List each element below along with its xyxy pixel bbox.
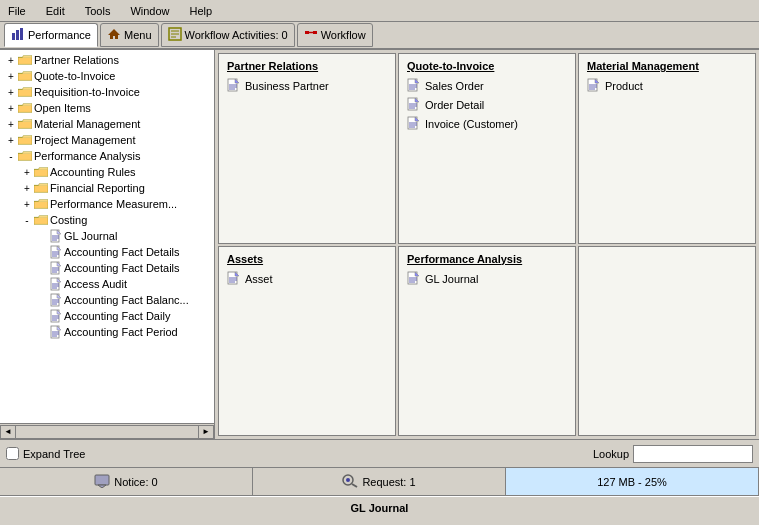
h-scrollbar[interactable]: ◄ ► [0, 423, 214, 439]
panel-item[interactable]: GL Journal [407, 271, 567, 287]
tree-item[interactable]: - Performance Analysis [0, 148, 214, 164]
item-doc-icon [407, 78, 421, 94]
tree-label: Accounting Fact Period [64, 326, 214, 338]
svg-point-72 [346, 478, 350, 482]
svg-marker-69 [98, 485, 106, 488]
notice-icon [94, 474, 110, 490]
panel-item[interactable]: Business Partner [227, 78, 387, 94]
panel-item[interactable]: Order Detail [407, 97, 567, 113]
svg-line-71 [352, 484, 357, 487]
tree-item[interactable]: + Accounting Rules [0, 164, 214, 180]
menu-file[interactable]: File [4, 4, 30, 18]
scroll-track[interactable] [16, 425, 198, 439]
menu-edit[interactable]: Edit [42, 4, 69, 18]
tree-label: Material Management [34, 118, 214, 130]
tab-workflow[interactable]: Workflow [297, 23, 373, 47]
bottom-title: GL Journal [351, 502, 409, 514]
menu-help[interactable]: Help [186, 4, 217, 18]
toolbar: Performance Menu Workflow Activities: 0 [0, 22, 759, 50]
item-label[interactable]: Business Partner [245, 80, 329, 92]
tree-item[interactable]: + Financial Reporting [0, 180, 214, 196]
tree-item[interactable]: Accounting Fact Details [0, 260, 214, 276]
tree-label: Access Audit [64, 278, 214, 290]
item-label[interactable]: Sales Order [425, 80, 484, 92]
panel-item[interactable]: Product [587, 78, 747, 94]
home-icon [107, 27, 121, 43]
expand-icon[interactable]: + [4, 69, 18, 83]
tree-item[interactable]: + Material Management [0, 116, 214, 132]
title-bar-bottom: GL Journal [0, 496, 759, 518]
expand-icon[interactable]: + [4, 53, 18, 67]
tab-menu-label: Menu [124, 29, 152, 41]
tree-label: Accounting Rules [50, 166, 214, 178]
item-doc-icon [407, 97, 421, 113]
item-label[interactable]: Order Detail [425, 99, 484, 111]
tree-item[interactable]: + Quote-to-Invoice [0, 68, 214, 84]
scroll-left-btn[interactable]: ◄ [0, 425, 16, 439]
menu-window[interactable]: Window [126, 4, 173, 18]
tree-item[interactable]: Accounting Fact Daily [0, 308, 214, 324]
panel-item[interactable]: Asset [227, 271, 387, 287]
tree-item[interactable]: Access Audit [0, 276, 214, 292]
tree-item[interactable]: + Project Management [0, 132, 214, 148]
workflow-icon [168, 27, 182, 43]
expand-icon[interactable]: + [4, 117, 18, 131]
tab-workflow-activities-label: Workflow Activities: 0 [185, 29, 288, 41]
panel-quote-to-invoice: Quote-to-Invoice Sales Order [398, 53, 576, 244]
folder-icon [18, 102, 32, 114]
item-label[interactable]: Asset [245, 273, 273, 285]
tree-label: Performance Measurem... [50, 198, 214, 210]
panel-title: Partner Relations [227, 60, 387, 72]
collapse-icon[interactable]: - [4, 149, 18, 163]
svg-rect-2 [20, 28, 23, 40]
item-label[interactable]: Product [605, 80, 643, 92]
document-icon [50, 325, 62, 339]
tree-item[interactable]: Accounting Fact Period [0, 324, 214, 340]
folder-icon [18, 70, 32, 82]
folder-icon [18, 150, 32, 162]
tree-item[interactable]: + Partner Relations [0, 52, 214, 68]
expand-icon[interactable]: + [4, 133, 18, 147]
panel-material-management: Material Management Product [578, 53, 756, 244]
panel-item[interactable]: Invoice (Customer) [407, 116, 567, 132]
tree-item[interactable]: Accounting Fact Details [0, 244, 214, 260]
tab-workflow-activities[interactable]: Workflow Activities: 0 [161, 23, 295, 47]
tree-item[interactable]: + Performance Measurem... [0, 196, 214, 212]
item-doc-icon [227, 78, 241, 94]
expand-icon[interactable]: + [20, 197, 34, 211]
tree-item[interactable]: GL Journal [0, 228, 214, 244]
tree-item[interactable]: + Requisition-to-Invoice [0, 84, 214, 100]
tree-item[interactable]: - Costing [0, 212, 214, 228]
expand-icon[interactable]: + [20, 165, 34, 179]
folder-icon [18, 134, 32, 146]
tree-label: Financial Reporting [50, 182, 214, 194]
menu-tools[interactable]: Tools [81, 4, 115, 18]
scroll-right-btn[interactable]: ► [198, 425, 214, 439]
expand-tree-section: Expand Tree [6, 447, 85, 460]
tab-menu[interactable]: Menu [100, 23, 159, 47]
panel-item[interactable]: Sales Order [407, 78, 567, 94]
item-label[interactable]: Invoice (Customer) [425, 118, 518, 130]
item-doc-icon [587, 78, 601, 94]
panel-partner-relations: Partner Relations Business Partner [218, 53, 396, 244]
expand-icon[interactable]: + [20, 181, 34, 195]
tree-item[interactable]: Accounting Fact Balanc... [0, 292, 214, 308]
expand-icon[interactable]: + [4, 101, 18, 115]
item-label[interactable]: GL Journal [425, 273, 478, 285]
panel-title: Quote-to-Invoice [407, 60, 567, 72]
tree-container[interactable]: + Partner Relations+ Quote-to-Invoice+ R… [0, 50, 214, 423]
tree-item[interactable]: + Open Items [0, 100, 214, 116]
document-icon [50, 229, 62, 243]
main-area: + Partner Relations+ Quote-to-Invoice+ R… [0, 50, 759, 440]
tree-label: Open Items [34, 102, 214, 114]
item-doc-icon [407, 116, 421, 132]
tree-label: Accounting Fact Balanc... [64, 294, 214, 306]
expand-tree-checkbox[interactable] [6, 447, 19, 460]
lookup-input[interactable] [633, 445, 753, 463]
tree-label: Accounting Fact Details [64, 246, 214, 258]
panel-empty [578, 246, 756, 437]
expand-icon[interactable]: + [4, 85, 18, 99]
panel-assets: Assets Asset [218, 246, 396, 437]
collapse-icon[interactable]: - [20, 213, 34, 227]
tab-performance[interactable]: Performance [4, 23, 98, 47]
